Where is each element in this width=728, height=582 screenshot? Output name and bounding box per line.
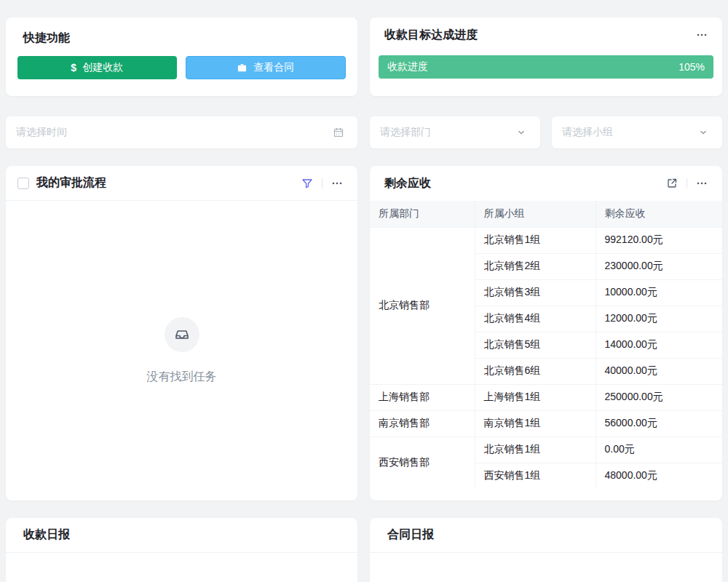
remaining-receivable-card: 剩余应收 所属部门 所属小组 剩余应收 北京销售部 北京销售1组 992120.… [370,166,722,501]
progress-card-title: 收款目标达成进度 [384,28,478,43]
group-cell: 北京销售1组 [475,436,596,463]
amount-cell: 0.00元 [596,436,722,463]
progress-bar-label: 收款进度 [387,60,428,73]
amount-cell: 48000.00元 [596,463,722,489]
group-cell: 西安销售1组 [475,463,596,489]
payment-daily-report-card: 收款日报 [6,518,357,582]
calendar-icon[interactable] [330,124,347,141]
table-row: 北京销售部 北京销售1组 992120.00元 [370,227,722,253]
col-header-group: 所属小组 [475,201,596,227]
external-link-icon[interactable] [663,175,681,192]
approval-card-title: 我的审批流程 [36,175,106,191]
dollar-icon: $ [71,62,76,73]
create-payment-button[interactable]: $ 创建收款 [17,56,177,79]
table-header-row: 所属部门 所属小组 剩余应收 [370,201,722,227]
col-header-amount: 剩余应收 [596,201,722,227]
department-select[interactable]: 请选择部门 [370,116,540,148]
table-row: 西安销售部 北京销售1组 0.00元 [370,436,722,463]
view-contract-label: 查看合同 [253,61,294,74]
empty-inbox-icon [165,317,199,352]
empty-state: 没有找到任务 [6,201,357,385]
more-icon[interactable] [328,175,346,192]
amount-cell: 250000.00元 [596,384,722,410]
dept-cell: 北京销售部 [370,227,475,384]
amount-cell: 230000.00元 [596,253,722,279]
group-cell: 北京销售6组 [475,358,596,384]
more-icon[interactable] [693,175,711,192]
progress-bar-value: 105% [678,61,705,73]
contract-daily-report-card: 合同日报 [370,518,722,582]
quick-actions-title: 快捷功能 [6,17,357,46]
group-cell: 北京销售4组 [475,306,596,332]
group-cell: 南京销售1组 [475,410,596,436]
view-contract-button[interactable]: 查看合同 [186,56,347,79]
quick-actions-buttons: $ 创建收款 查看合同 [6,56,357,79]
header-divider [687,178,687,188]
payment-progress-bar: 收款进度 105% [379,55,713,79]
time-picker-input[interactable]: 请选择时间 [6,116,357,148]
col-header-dept: 所属部门 [370,201,475,227]
group-select[interactable]: 请选择小组 [552,116,722,148]
briefcase-icon [237,63,248,73]
group-select-placeholder: 请选择小组 [562,126,613,139]
contract-daily-title: 合同日报 [387,527,434,543]
header-divider [322,178,323,188]
receivable-card-title: 剩余应收 [384,176,431,191]
empty-state-text: 没有找到任务 [147,370,217,385]
payment-target-progress-card: 收款目标达成进度 收款进度 105% [370,17,722,96]
amount-cell: 12000.00元 [596,306,722,332]
payment-daily-title: 收款日报 [23,527,70,543]
approval-flow-card: 我的审批流程 没有找到任务 [6,166,357,501]
department-select-placeholder: 请选择部门 [380,126,431,139]
dept-cell: 西安销售部 [370,436,475,489]
table-row: 上海销售部 上海销售1组 250000.00元 [370,384,722,410]
amount-cell: 40000.00元 [596,358,722,384]
filter-icon[interactable] [298,175,316,192]
quick-actions-card: 快捷功能 $ 创建收款 查看合同 [6,17,357,96]
create-payment-label: 创建收款 [82,61,123,74]
select-all-checkbox[interactable] [17,178,29,189]
receivable-table: 所属部门 所属小组 剩余应收 北京销售部 北京销售1组 992120.00元 北… [370,201,722,489]
more-icon[interactable] [693,26,711,44]
dept-cell: 上海销售部 [370,384,475,410]
group-cell: 北京销售5组 [475,332,596,358]
chevron-down-icon [513,124,530,141]
dept-cell: 南京销售部 [370,410,475,436]
table-row: 南京销售部 南京销售1组 56000.00元 [370,410,722,436]
amount-cell: 992120.00元 [596,227,722,253]
time-picker-placeholder: 请选择时间 [16,126,67,139]
chevron-down-icon [695,124,712,141]
group-cell: 北京销售3组 [475,279,596,306]
group-cell: 北京销售2组 [475,253,596,279]
amount-cell: 14000.00元 [596,332,722,358]
amount-cell: 10000.00元 [596,279,722,306]
group-cell: 上海销售1组 [475,384,596,410]
group-cell: 北京销售1组 [475,227,596,253]
amount-cell: 56000.00元 [596,410,722,436]
